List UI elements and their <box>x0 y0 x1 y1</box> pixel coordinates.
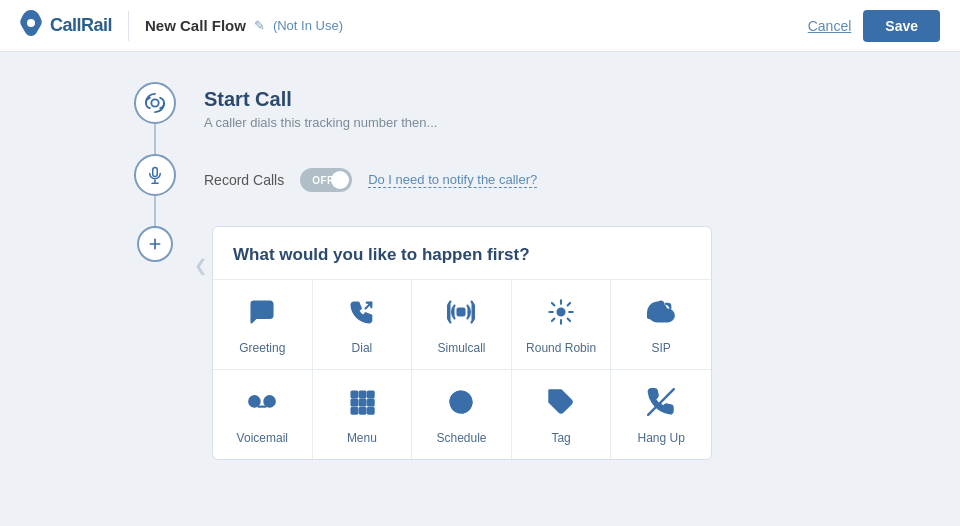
svg-rect-22 <box>368 400 374 406</box>
svg-point-1 <box>151 99 158 106</box>
main-content: Start Call A caller dials this tracking … <box>0 52 960 526</box>
chevron-left-icon: ❮ <box>194 256 207 275</box>
svg-rect-2 <box>153 168 158 177</box>
record-calls-row: Record Calls OFF Do I need to notify the… <box>204 160 960 192</box>
schedule-icon <box>447 388 475 423</box>
callrail-logo-icon <box>20 10 42 42</box>
action-item-simulcall[interactable]: Simulcall <box>412 280 512 370</box>
cancel-button[interactable]: Cancel <box>808 18 852 34</box>
hang-up-icon <box>647 388 675 423</box>
header-actions: Cancel Save <box>808 10 940 42</box>
menu-icon <box>348 388 376 423</box>
action-item-menu[interactable]: Menu <box>313 370 413 459</box>
action-panel-title: What would you like to happen first? <box>233 245 530 264</box>
start-call-step: Start Call A caller dials this tracking … <box>130 82 960 154</box>
status-badge[interactable]: (Not In Use) <box>273 18 343 33</box>
action-item-greeting[interactable]: Greeting <box>213 280 313 370</box>
voicemail-icon <box>248 388 276 423</box>
action-item-hang-up[interactable]: Hang Up <box>611 370 711 459</box>
svg-point-15 <box>265 396 276 407</box>
round-robin-label: Round Robin <box>526 341 596 355</box>
action-item-sip[interactable]: SIP <box>611 280 711 370</box>
action-item-voicemail[interactable]: Voicemail <box>213 370 313 459</box>
add-step-button[interactable] <box>137 226 173 262</box>
svg-rect-18 <box>360 392 366 398</box>
start-call-content: Start Call A caller dials this tracking … <box>204 82 960 130</box>
svg-rect-23 <box>351 408 357 414</box>
svg-rect-21 <box>360 400 366 406</box>
step-left-add <box>130 226 180 262</box>
add-step: ❮ What would you like to happen first? <box>130 226 960 460</box>
greeting-label: Greeting <box>239 341 285 355</box>
hang-up-label: Hang Up <box>638 431 685 445</box>
dial-icon <box>348 298 376 333</box>
action-panel-wrapper: ❮ What would you like to happen first? <box>204 226 960 460</box>
tag-label: Tag <box>551 431 570 445</box>
step-line-2 <box>154 196 156 226</box>
start-call-icon-circle <box>134 82 176 124</box>
action-item-round-robin[interactable]: Round Robin <box>512 280 612 370</box>
record-toggle[interactable]: OFF <box>300 168 352 192</box>
tag-icon <box>547 388 575 423</box>
menu-label: Menu <box>347 431 377 445</box>
flow-container: Start Call A caller dials this tracking … <box>130 82 960 460</box>
start-call-title: Start Call <box>204 88 960 111</box>
record-calls-icon-circle <box>134 154 176 196</box>
svg-rect-24 <box>360 408 366 414</box>
svg-point-14 <box>249 396 259 407</box>
record-calls-step: Record Calls OFF Do I need to notify the… <box>130 154 960 226</box>
record-calls-label: Record Calls <box>204 172 284 188</box>
svg-rect-17 <box>351 392 357 398</box>
header-title-area: New Call Flow ✎ (Not In Use) <box>145 17 808 34</box>
page-title: New Call Flow <box>145 17 246 34</box>
schedule-label: Schedule <box>436 431 486 445</box>
step-left-record <box>130 154 180 226</box>
action-panel-header: What would you like to happen first? <box>213 227 711 280</box>
simulcall-label: Simulcall <box>437 341 485 355</box>
panel-wrapper: ❮ What would you like to happen first? <box>204 232 960 460</box>
svg-point-0 <box>27 19 35 27</box>
action-grid: Greeting <box>213 280 711 459</box>
step-left-start <box>130 82 180 154</box>
greeting-icon <box>248 298 276 333</box>
round-robin-icon <box>547 298 575 333</box>
sip-icon <box>647 298 675 333</box>
action-item-schedule[interactable]: Schedule <box>412 370 512 459</box>
action-panel: What would you like to happen first? <box>212 226 712 460</box>
svg-rect-25 <box>368 408 374 414</box>
step-line-1 <box>154 124 156 154</box>
simulcall-icon <box>447 298 475 333</box>
notify-caller-link[interactable]: Do I need to notify the caller? <box>368 172 537 188</box>
save-button[interactable]: Save <box>863 10 940 42</box>
edit-icon[interactable]: ✎ <box>254 18 265 33</box>
header: CallRail New Call Flow ✎ (Not In Use) Ca… <box>0 0 960 52</box>
voicemail-label: Voicemail <box>237 431 288 445</box>
dial-label: Dial <box>352 341 373 355</box>
logo-text: CallRail <box>50 15 112 36</box>
start-call-description: A caller dials this tracking number then… <box>204 115 960 130</box>
svg-rect-11 <box>458 309 465 316</box>
header-divider <box>128 11 129 41</box>
logo-area: CallRail <box>20 10 112 42</box>
svg-point-12 <box>558 309 565 316</box>
action-item-tag[interactable]: Tag <box>512 370 612 459</box>
svg-rect-19 <box>368 392 374 398</box>
action-item-dial[interactable]: Dial <box>313 280 413 370</box>
toggle-knob <box>331 171 349 189</box>
svg-rect-20 <box>351 400 357 406</box>
sip-label: SIP <box>652 341 671 355</box>
record-calls-content: Record Calls OFF Do I need to notify the… <box>204 154 960 192</box>
